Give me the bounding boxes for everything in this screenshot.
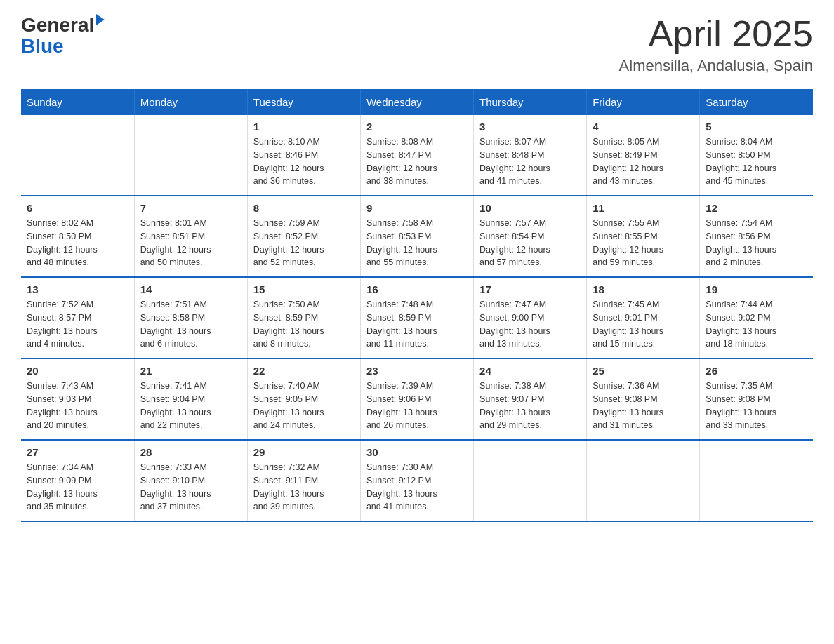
calendar-cell: 2Sunrise: 8:08 AM Sunset: 8:47 PM Daylig… [360, 115, 473, 196]
day-number: 8 [253, 202, 355, 214]
day-info: Sunrise: 8:04 AM Sunset: 8:50 PM Dayligh… [706, 135, 807, 188]
calendar-cell: 7Sunrise: 8:01 AM Sunset: 8:51 PM Daylig… [134, 196, 247, 277]
page-header: General Blue April 2025 Almensilla, Anda… [21, 14, 813, 75]
day-info: Sunrise: 7:43 AM Sunset: 9:03 PM Dayligh… [27, 380, 128, 432]
calendar-cell: 11Sunrise: 7:55 AM Sunset: 8:55 PM Dayli… [587, 196, 700, 277]
day-info: Sunrise: 7:35 AM Sunset: 9:08 PM Dayligh… [706, 380, 807, 432]
day-info: Sunrise: 7:50 AM Sunset: 8:59 PM Dayligh… [253, 298, 355, 351]
calendar-cell: 4Sunrise: 8:05 AM Sunset: 8:49 PM Daylig… [587, 115, 700, 196]
day-number: 20 [27, 365, 128, 377]
calendar-cell: 22Sunrise: 7:40 AM Sunset: 9:05 PM Dayli… [247, 358, 360, 440]
day-info: Sunrise: 7:44 AM Sunset: 9:02 PM Dayligh… [706, 298, 807, 351]
calendar-cell: 28Sunrise: 7:33 AM Sunset: 9:10 PM Dayli… [134, 440, 247, 521]
day-info: Sunrise: 7:33 AM Sunset: 9:10 PM Dayligh… [140, 461, 241, 514]
calendar-cell: 25Sunrise: 7:36 AM Sunset: 9:08 PM Dayli… [587, 358, 700, 440]
day-number: 28 [140, 446, 241, 458]
day-number: 27 [27, 446, 128, 458]
calendar-cell: 9Sunrise: 7:58 AM Sunset: 8:53 PM Daylig… [360, 196, 473, 277]
weekday-header-wednesday: Wednesday [360, 89, 473, 115]
calendar-cell: 10Sunrise: 7:57 AM Sunset: 8:54 PM Dayli… [474, 196, 587, 277]
day-info: Sunrise: 7:38 AM Sunset: 9:07 PM Dayligh… [479, 380, 581, 432]
calendar-cell: 14Sunrise: 7:51 AM Sunset: 8:58 PM Dayli… [134, 277, 247, 358]
day-number: 17 [479, 283, 581, 295]
calendar-week-row: 20Sunrise: 7:43 AM Sunset: 9:03 PM Dayli… [21, 358, 813, 440]
calendar-cell: 24Sunrise: 7:38 AM Sunset: 9:07 PM Dayli… [474, 358, 587, 440]
day-number: 11 [593, 202, 694, 214]
weekday-header-thursday: Thursday [474, 89, 587, 115]
weekday-header-row: SundayMondayTuesdayWednesdayThursdayFrid… [21, 89, 813, 115]
day-number: 16 [366, 283, 468, 295]
day-info: Sunrise: 7:32 AM Sunset: 9:11 PM Dayligh… [253, 461, 355, 514]
day-info: Sunrise: 7:54 AM Sunset: 8:56 PM Dayligh… [706, 217, 807, 269]
day-info: Sunrise: 7:57 AM Sunset: 8:54 PM Dayligh… [479, 217, 581, 269]
day-number: 15 [253, 283, 355, 295]
calendar-subtitle: Almensilla, Andalusia, Spain [619, 57, 813, 75]
day-number: 30 [366, 446, 468, 458]
title-section: April 2025 Almensilla, Andalusia, Spain [619, 14, 813, 75]
day-info: Sunrise: 7:41 AM Sunset: 9:04 PM Dayligh… [140, 380, 241, 432]
calendar-week-row: 6Sunrise: 8:02 AM Sunset: 8:50 PM Daylig… [21, 196, 813, 277]
calendar-header: SundayMondayTuesdayWednesdayThursdayFrid… [21, 89, 813, 115]
day-number: 26 [706, 365, 807, 377]
calendar-cell [700, 440, 813, 521]
calendar-cell: 3Sunrise: 8:07 AM Sunset: 8:48 PM Daylig… [474, 115, 587, 196]
day-number: 13 [27, 283, 128, 295]
day-info: Sunrise: 7:52 AM Sunset: 8:57 PM Dayligh… [27, 298, 128, 351]
day-info: Sunrise: 7:55 AM Sunset: 8:55 PM Dayligh… [593, 217, 694, 269]
day-info: Sunrise: 7:40 AM Sunset: 9:05 PM Dayligh… [253, 380, 355, 432]
logo-triangle-icon [96, 14, 105, 25]
day-number: 23 [366, 365, 468, 377]
day-number: 6 [27, 202, 128, 214]
day-info: Sunrise: 8:02 AM Sunset: 8:50 PM Dayligh… [27, 217, 128, 269]
calendar-table: SundayMondayTuesdayWednesdayThursdayFrid… [21, 89, 813, 522]
day-info: Sunrise: 8:07 AM Sunset: 8:48 PM Dayligh… [479, 135, 581, 188]
weekday-header-saturday: Saturday [700, 89, 813, 115]
weekday-header-monday: Monday [134, 89, 247, 115]
calendar-cell: 27Sunrise: 7:34 AM Sunset: 9:09 PM Dayli… [21, 440, 134, 521]
calendar-cell: 15Sunrise: 7:50 AM Sunset: 8:59 PM Dayli… [247, 277, 360, 358]
calendar-cell: 21Sunrise: 7:41 AM Sunset: 9:04 PM Dayli… [134, 358, 247, 440]
day-number: 2 [366, 121, 468, 133]
day-number: 21 [140, 365, 241, 377]
day-info: Sunrise: 8:08 AM Sunset: 8:47 PM Dayligh… [366, 135, 468, 188]
logo: General Blue [21, 14, 105, 56]
day-info: Sunrise: 7:59 AM Sunset: 8:52 PM Dayligh… [253, 217, 355, 269]
day-info: Sunrise: 7:47 AM Sunset: 9:00 PM Dayligh… [479, 298, 581, 351]
day-info: Sunrise: 7:51 AM Sunset: 8:58 PM Dayligh… [140, 298, 241, 351]
calendar-cell: 20Sunrise: 7:43 AM Sunset: 9:03 PM Dayli… [21, 358, 134, 440]
logo-blue-text: Blue [21, 36, 64, 56]
day-number: 9 [366, 202, 468, 214]
calendar-title: April 2025 [619, 14, 813, 54]
calendar-cell: 30Sunrise: 7:30 AM Sunset: 9:12 PM Dayli… [360, 440, 473, 521]
calendar-cell: 12Sunrise: 7:54 AM Sunset: 8:56 PM Dayli… [700, 196, 813, 277]
day-number: 12 [706, 202, 807, 214]
day-number: 25 [593, 365, 694, 377]
calendar-cell: 1Sunrise: 8:10 AM Sunset: 8:46 PM Daylig… [247, 115, 360, 196]
calendar-week-row: 1Sunrise: 8:10 AM Sunset: 8:46 PM Daylig… [21, 115, 813, 196]
day-number: 29 [253, 446, 355, 458]
day-number: 18 [593, 283, 694, 295]
calendar-cell [21, 115, 134, 196]
calendar-cell [474, 440, 587, 521]
weekday-header-friday: Friday [587, 89, 700, 115]
calendar-cell: 17Sunrise: 7:47 AM Sunset: 9:00 PM Dayli… [474, 277, 587, 358]
day-info: Sunrise: 7:48 AM Sunset: 8:59 PM Dayligh… [366, 298, 468, 351]
day-info: Sunrise: 7:34 AM Sunset: 9:09 PM Dayligh… [27, 461, 128, 514]
day-number: 24 [479, 365, 581, 377]
day-number: 10 [479, 202, 581, 214]
calendar-cell: 13Sunrise: 7:52 AM Sunset: 8:57 PM Dayli… [21, 277, 134, 358]
calendar-cell: 18Sunrise: 7:45 AM Sunset: 9:01 PM Dayli… [587, 277, 700, 358]
day-info: Sunrise: 8:10 AM Sunset: 8:46 PM Dayligh… [253, 135, 355, 188]
day-info: Sunrise: 7:30 AM Sunset: 9:12 PM Dayligh… [366, 461, 468, 514]
day-number: 22 [253, 365, 355, 377]
calendar-cell: 23Sunrise: 7:39 AM Sunset: 9:06 PM Dayli… [360, 358, 473, 440]
day-info: Sunrise: 7:45 AM Sunset: 9:01 PM Dayligh… [593, 298, 694, 351]
calendar-week-row: 13Sunrise: 7:52 AM Sunset: 8:57 PM Dayli… [21, 277, 813, 358]
logo-general-text: General [21, 14, 94, 36]
day-number: 5 [706, 121, 807, 133]
calendar-cell: 8Sunrise: 7:59 AM Sunset: 8:52 PM Daylig… [247, 196, 360, 277]
day-number: 14 [140, 283, 241, 295]
calendar-body: 1Sunrise: 8:10 AM Sunset: 8:46 PM Daylig… [21, 115, 813, 521]
day-info: Sunrise: 7:39 AM Sunset: 9:06 PM Dayligh… [366, 380, 468, 432]
day-number: 19 [706, 283, 807, 295]
